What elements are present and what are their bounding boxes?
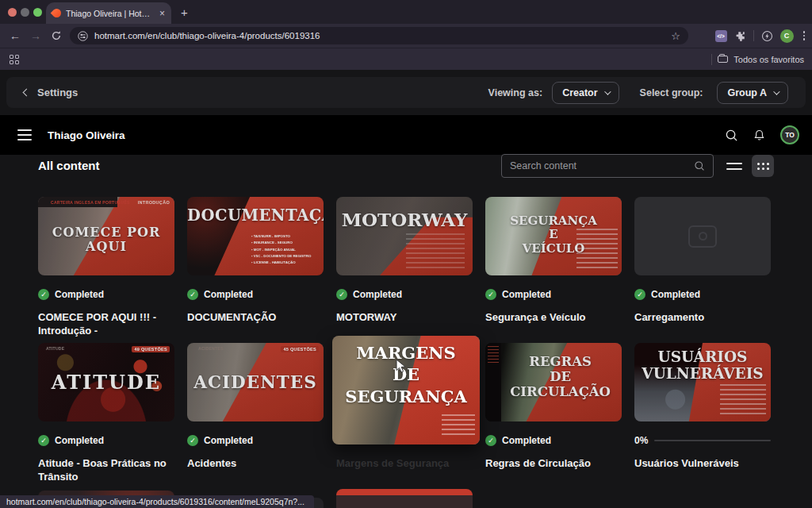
viewing-as-dropdown[interactable]: Creator xyxy=(552,82,619,104)
new-tab-button[interactable]: + xyxy=(181,6,188,19)
site-settings-icon[interactable] xyxy=(78,31,88,41)
extensions-row: </> C xyxy=(715,24,808,48)
traffic-light-close[interactable] xyxy=(8,8,17,17)
hotmart-favicon xyxy=(51,7,63,20)
card-usuarios-vulneraveis[interactable]: USUÁRIOSVULNERÁVEIS 0% Usuários Vulneráv… xyxy=(634,343,771,483)
check-icon: ✓ xyxy=(187,435,198,446)
status-row: ✓ Completed xyxy=(336,289,473,300)
club-title: Thiago Oliveira xyxy=(48,129,125,141)
puzzle-extensions-icon[interactable] xyxy=(734,30,746,42)
user-avatar[interactable]: TO xyxy=(780,125,799,144)
card-regras-de-circulacao[interactable]: REGRASDECIRCULAÇÃO ✓ Completed Regras de… xyxy=(485,343,622,483)
card-title: Regras de Circulação xyxy=(485,456,622,470)
search-icon xyxy=(694,160,705,171)
card-thumbnail[interactable]: CARTEIRA INGLESA EM PORTUGUÊS INTRODUÇÃO… xyxy=(38,197,174,275)
partial-card-thumb[interactable] xyxy=(336,489,473,508)
chevron-down-icon xyxy=(773,88,779,94)
thumb-title: ACIDENTES xyxy=(187,373,324,393)
thumb-bullet-lines xyxy=(720,384,766,414)
browser-tabstrip: Thiago Oliveira | Hotmart Club × + xyxy=(0,0,812,24)
page-title: All content xyxy=(38,159,100,172)
thumb-title: ATITUDE xyxy=(38,371,174,394)
card-thumbnail[interactable]: MOTORWAY xyxy=(336,197,473,275)
card-thumbnail[interactable]: REGRASDECIRCULAÇÃO xyxy=(485,343,622,421)
card-motorway[interactable]: MOTORWAY ✓ Completed MOTORWAY xyxy=(336,197,473,337)
all-bookmarks[interactable]: Todos os favoritos xyxy=(711,54,804,65)
card-thumbnail[interactable]: ATITUDE 49 QUESTÕES ATITUDE xyxy=(38,343,174,421)
traffic-light-zoom[interactable] xyxy=(33,8,42,17)
thumb-ribbon-left: ACIDENTES xyxy=(198,346,224,351)
club-header-actions: TO xyxy=(725,125,799,144)
progress-bar xyxy=(654,440,771,441)
check-icon: ✓ xyxy=(336,289,347,300)
check-icon: ✓ xyxy=(485,435,496,446)
viewing-as-label: Viewing as: xyxy=(488,87,543,98)
reload-icon[interactable] xyxy=(46,30,67,41)
card-title: DOCUMENTAÇÃO xyxy=(187,310,324,324)
check-icon: ✓ xyxy=(38,289,49,300)
thumb-bullet-lines xyxy=(406,233,465,268)
search-input[interactable] xyxy=(510,160,694,171)
status-row: ✓ Completed xyxy=(485,289,622,300)
bookmarks-divider xyxy=(711,54,712,65)
traffic-light-minimize[interactable] xyxy=(21,8,29,17)
search-icon[interactable] xyxy=(725,129,738,142)
folder-icon xyxy=(718,56,728,63)
thumb-title: COMECE POR AQUI xyxy=(38,225,174,255)
tab-title: Thiago Oliveira | Hotmart Club xyxy=(66,9,155,18)
content-search xyxy=(501,154,714,178)
code-extension-icon[interactable]: </> xyxy=(715,30,727,42)
check-icon: ✓ xyxy=(38,435,49,446)
browser-tab[interactable]: Thiago Oliveira | Hotmart Club × xyxy=(46,2,171,24)
card-title: MOTORWAY xyxy=(336,310,473,324)
toolbar-divider xyxy=(753,30,754,41)
card-atitude[interactable]: ATITUDE 49 QUESTÕES ATITUDE ✓ Completed … xyxy=(38,343,174,483)
bell-icon[interactable] xyxy=(753,129,766,142)
bookmarks-bar: Todos os favoritos xyxy=(0,48,812,70)
thumb-title: DOCUMENTAÇÃO xyxy=(187,207,324,225)
select-group-dropdown[interactable]: Group A xyxy=(717,82,788,104)
screen: Thiago Oliveira | Hotmart Club × + ← → h… xyxy=(0,0,812,508)
back-icon[interactable]: ← xyxy=(5,29,25,42)
chrome-menu-icon[interactable] xyxy=(801,31,808,40)
apps-grid-icon[interactable] xyxy=(10,55,19,64)
settings-back-link[interactable]: Settings xyxy=(37,87,78,98)
cards-row-1: CARTEIRA INGLESA EM PORTUGUÊS INTRODUÇÃO… xyxy=(38,197,771,337)
chrome-profile-avatar[interactable]: C xyxy=(780,29,794,43)
thumb-bullet-lines xyxy=(442,414,475,438)
bookmark-star-icon[interactable]: ☆ xyxy=(671,30,680,42)
select-group-value: Group A xyxy=(727,87,767,98)
thumb-title: USUÁRIOSVULNERÁVEIS xyxy=(634,348,771,383)
card-seguranca-e-veiculo[interactable]: SEGURANÇAEVEÍCULO ✓ Completed Segurança … xyxy=(485,197,622,337)
card-thumbnail[interactable]: DOCUMENTAÇÃO TAX/SURR - IMPOSTOINSURANCE… xyxy=(187,197,324,275)
card-title: Acidentes xyxy=(187,456,324,470)
card-thumbnail[interactable]: SEGURANÇAEVEÍCULO xyxy=(485,197,622,275)
thumb-title: REGRASDECIRCULAÇÃO xyxy=(499,355,622,400)
progress-row: 0% xyxy=(634,435,771,446)
address-bar[interactable]: hotmart.com/en/club/thiago-oliveira-4/pr… xyxy=(70,27,688,44)
card-comece-por-aqui[interactable]: CARTEIRA INGLESA EM PORTUGUÊS INTRODUÇÃO… xyxy=(38,197,174,337)
chevron-down-icon xyxy=(604,88,611,94)
grid-view-icon xyxy=(757,163,769,170)
tab-close-icon[interactable]: × xyxy=(159,9,165,18)
card-thumbnail-hovered[interactable]: MARGENSDESEGURANÇA xyxy=(332,336,480,444)
thumb-ribbon-left: CARTEIRA INGLESA EM PORTUGUÊS xyxy=(51,200,130,205)
card-thumbnail[interactable]: ACIDENTES 45 QUESTÕES ACIDENTES xyxy=(187,343,324,421)
club-header: Thiago Oliveira TO xyxy=(0,115,812,155)
forward-icon[interactable]: → xyxy=(25,29,46,42)
mouse-cursor xyxy=(395,359,408,373)
card-thumbnail-placeholder[interactable] xyxy=(634,197,771,275)
back-chevron-icon[interactable] xyxy=(23,89,31,97)
bolt-extension-icon[interactable] xyxy=(761,30,773,42)
card-thumbnail[interactable]: USUÁRIOSVULNERÁVEIS xyxy=(634,343,771,421)
thumb-title: SEGURANÇAEVEÍCULO xyxy=(485,214,622,256)
list-view-toggle[interactable] xyxy=(726,163,742,170)
menu-icon[interactable] xyxy=(17,129,32,140)
image-placeholder-icon xyxy=(688,225,717,248)
thumb-ribbon-right: 49 QUESTÕES xyxy=(132,346,170,352)
grid-view-toggle[interactable] xyxy=(752,155,774,177)
card-documentacao[interactable]: DOCUMENTAÇÃO TAX/SURR - IMPOSTOINSURANCE… xyxy=(187,197,324,337)
card-carregamento[interactable]: ✓ Completed Carregamento xyxy=(634,197,771,337)
check-icon: ✓ xyxy=(634,289,645,300)
card-acidentes[interactable]: ACIDENTES 45 QUESTÕES ACIDENTES ✓ Comple… xyxy=(187,343,324,483)
